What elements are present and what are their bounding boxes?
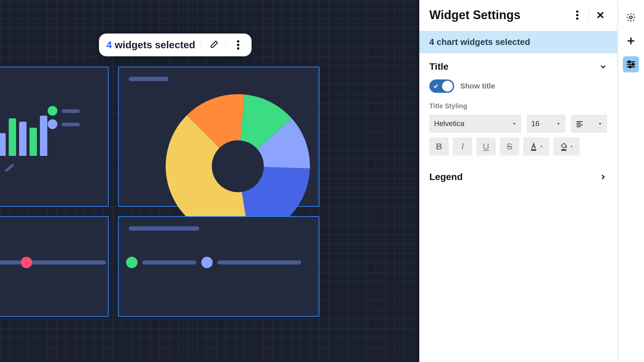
- panel-more-button[interactable]: [571, 8, 584, 22]
- svg-point-10: [576, 17, 579, 20]
- legend-dot-blue: [48, 119, 57, 129]
- underline-button[interactable]: U: [476, 137, 496, 156]
- widget-slider-a[interactable]: [0, 216, 109, 317]
- svg-rect-13: [561, 149, 566, 151]
- text-align-select[interactable]: [571, 115, 607, 133]
- svg-point-9: [576, 14, 579, 16]
- widget-slider-b[interactable]: [118, 216, 319, 317]
- widget-bar-chart[interactable]: [0, 67, 109, 207]
- divider: [589, 9, 589, 21]
- svg-point-14: [630, 16, 632, 19]
- svg-point-8: [576, 10, 579, 13]
- caret-down-icon: [556, 121, 561, 126]
- align-left-icon: [576, 120, 594, 128]
- widget-settings-panel: Widget Settings 4 chart widgets selected…: [419, 0, 617, 362]
- selection-banner: 4 chart widgets selected: [419, 31, 617, 53]
- svg-point-6: [237, 44, 239, 46]
- svg-point-17: [629, 66, 631, 68]
- legend-line: [62, 109, 80, 113]
- legend-line: [62, 123, 80, 126]
- text-color-icon: [529, 142, 538, 151]
- title-placeholder: [129, 226, 199, 231]
- paint-bucket-icon: [559, 142, 568, 151]
- slider-track: [39, 260, 106, 264]
- svg-point-5: [237, 40, 239, 43]
- divider: [226, 38, 226, 52]
- add-button[interactable]: [623, 33, 639, 49]
- sliders-icon: [626, 59, 636, 69]
- legend-section: Legend: [419, 164, 617, 190]
- axis-ticks: [0, 167, 15, 169]
- slider-thumb-red[interactable]: [21, 257, 32, 268]
- slider-thumb-blue[interactable]: [201, 257, 213, 268]
- right-rail: [617, 0, 644, 362]
- plus-icon: [626, 36, 636, 46]
- panel-header: Widget Settings: [419, 0, 617, 31]
- dashboard-canvas[interactable]: 4 widgets selected: [0, 0, 419, 362]
- svg-rect-11: [531, 149, 536, 151]
- close-button[interactable]: [594, 8, 607, 22]
- legend-dot-green: [48, 106, 57, 116]
- chevron-down-icon: [599, 63, 607, 71]
- svg-point-16: [632, 63, 634, 65]
- svg-point-15: [628, 61, 630, 63]
- selection-toolbar: 4 widgets selected: [99, 34, 252, 56]
- fill-color-button[interactable]: [553, 137, 580, 156]
- caret-down-icon: [598, 121, 602, 126]
- caret-down-icon: [512, 121, 517, 126]
- divider: [201, 38, 202, 52]
- legend-section-header[interactable]: Legend: [429, 172, 607, 182]
- slider-track: [217, 260, 301, 264]
- check-icon: [433, 83, 439, 89]
- caret-down-icon: [570, 144, 574, 148]
- svg-point-12: [566, 146, 567, 148]
- title-placeholder: [129, 77, 168, 81]
- selection-count-label: 4 widgets selected: [106, 39, 195, 51]
- strikethrough-button[interactable]: S: [500, 137, 519, 156]
- text-color-button[interactable]: [523, 137, 549, 156]
- slider-thumb-green[interactable]: [126, 257, 138, 268]
- bold-button[interactable]: B: [429, 137, 449, 156]
- chevron-right-icon: [599, 173, 607, 181]
- slider-track: [142, 260, 197, 264]
- edit-button[interactable]: [208, 39, 220, 51]
- bar-chart-bars: [0, 116, 47, 156]
- more-options-button[interactable]: [232, 39, 244, 51]
- section-title: Title: [429, 61, 599, 72]
- title-section: Title Show title Title Styling Helvetica…: [419, 53, 617, 164]
- font-size-select[interactable]: 16: [527, 115, 566, 133]
- title-styling-label: Title Styling: [429, 102, 607, 110]
- caret-down-icon: [539, 144, 543, 148]
- svg-point-7: [237, 47, 239, 50]
- panel-title: Widget Settings: [429, 8, 566, 22]
- show-title-toggle[interactable]: [429, 79, 454, 93]
- gear-icon: [626, 12, 636, 22]
- sliders-button[interactable]: [623, 56, 639, 72]
- font-family-select[interactable]: Helvetica: [429, 115, 521, 133]
- title-section-header[interactable]: Title: [429, 61, 607, 72]
- show-title-label: Show title: [460, 82, 495, 90]
- widget-donut-chart[interactable]: [118, 67, 319, 207]
- settings-button[interactable]: [623, 9, 639, 25]
- section-title: Legend: [429, 172, 599, 182]
- italic-button[interactable]: I: [453, 137, 472, 156]
